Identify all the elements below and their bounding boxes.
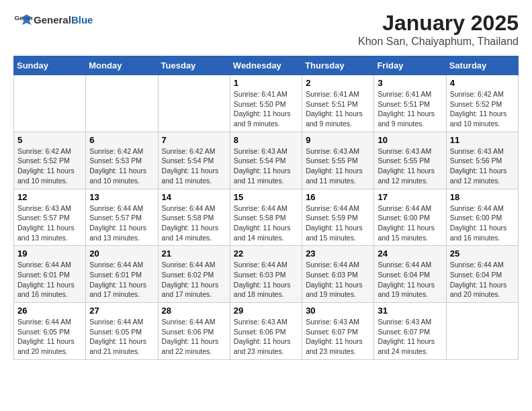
weekday-header-wednesday: Wednesday [230, 56, 302, 75]
calendar-week-row: 12Sunrise: 6:43 AM Sunset: 5:57 PM Dayli… [14, 189, 519, 246]
calendar-week-row: 19Sunrise: 6:44 AM Sunset: 6:01 PM Dayli… [14, 246, 519, 303]
day-number: 6 [89, 135, 154, 145]
day-info: Sunrise: 6:44 AM Sunset: 6:05 PM Dayligh… [17, 317, 82, 357]
day-info: Sunrise: 6:44 AM Sunset: 6:03 PM Dayligh… [234, 260, 298, 300]
day-number: 21 [162, 248, 226, 259]
day-number: 10 [378, 135, 442, 145]
day-info: Sunrise: 6:43 AM Sunset: 5:57 PM Dayligh… [17, 203, 82, 243]
day-number: 25 [450, 248, 515, 259]
calendar-cell [446, 303, 518, 360]
day-info: Sunrise: 6:44 AM Sunset: 5:58 PM Dayligh… [162, 203, 226, 243]
day-number: 27 [89, 306, 154, 316]
calendar-cell: 24Sunrise: 6:44 AM Sunset: 6:04 PM Dayli… [374, 246, 446, 303]
logo-text-general: General [34, 15, 71, 26]
title-block: January 2025 Khon San, Chaiyaphum, Thail… [358, 11, 519, 48]
calendar-cell: 5Sunrise: 6:42 AM Sunset: 5:52 PM Daylig… [14, 132, 86, 189]
day-info: Sunrise: 6:44 AM Sunset: 6:05 PM Dayligh… [89, 317, 154, 357]
day-number: 19 [17, 248, 82, 259]
calendar-body: 1Sunrise: 6:41 AM Sunset: 5:50 PM Daylig… [14, 75, 519, 360]
day-number: 15 [234, 192, 298, 202]
calendar-cell: 7Sunrise: 6:42 AM Sunset: 5:54 PM Daylig… [158, 132, 230, 189]
day-number: 16 [306, 192, 370, 202]
day-info: Sunrise: 6:43 AM Sunset: 5:56 PM Dayligh… [450, 146, 515, 186]
weekday-header-saturday: Saturday [446, 56, 518, 75]
day-number: 23 [306, 248, 370, 259]
page-header: General General Blue January 2025 Khon S… [13, 11, 519, 48]
day-number: 4 [450, 78, 515, 88]
day-number: 5 [17, 135, 82, 145]
day-number: 26 [17, 306, 82, 316]
day-number: 28 [162, 306, 226, 316]
calendar-cell: 1Sunrise: 6:41 AM Sunset: 5:50 PM Daylig… [230, 75, 302, 132]
logo-text-blue: Blue [71, 15, 93, 26]
day-info: Sunrise: 6:43 AM Sunset: 6:07 PM Dayligh… [378, 317, 442, 357]
day-info: Sunrise: 6:44 AM Sunset: 6:04 PM Dayligh… [450, 260, 515, 300]
calendar-header: SundayMondayTuesdayWednesdayThursdayFrid… [14, 56, 519, 75]
calendar-cell: 8Sunrise: 6:43 AM Sunset: 5:54 PM Daylig… [230, 132, 302, 189]
calendar-cell: 3Sunrise: 6:41 AM Sunset: 5:51 PM Daylig… [374, 75, 446, 132]
day-number: 31 [378, 306, 442, 316]
day-number: 9 [306, 135, 370, 145]
calendar-cell: 15Sunrise: 6:44 AM Sunset: 5:58 PM Dayli… [230, 189, 302, 246]
day-number: 8 [234, 135, 298, 145]
day-info: Sunrise: 6:41 AM Sunset: 5:51 PM Dayligh… [378, 89, 442, 129]
day-number: 22 [234, 248, 298, 259]
day-info: Sunrise: 6:44 AM Sunset: 5:58 PM Dayligh… [234, 203, 298, 243]
calendar-cell [158, 75, 230, 132]
day-info: Sunrise: 6:42 AM Sunset: 5:54 PM Dayligh… [162, 146, 226, 186]
day-info: Sunrise: 6:42 AM Sunset: 5:52 PM Dayligh… [450, 89, 515, 129]
calendar-week-row: 26Sunrise: 6:44 AM Sunset: 6:05 PM Dayli… [14, 303, 519, 360]
calendar-cell [86, 75, 158, 132]
logo-icon: General [13, 11, 32, 30]
calendar-cell [14, 75, 86, 132]
weekday-header-thursday: Thursday [302, 56, 374, 75]
day-info: Sunrise: 6:43 AM Sunset: 6:06 PM Dayligh… [234, 317, 298, 357]
logo: General General Blue [13, 11, 93, 30]
calendar-cell: 18Sunrise: 6:44 AM Sunset: 6:00 PM Dayli… [446, 189, 518, 246]
day-info: Sunrise: 6:44 AM Sunset: 6:00 PM Dayligh… [378, 203, 442, 243]
calendar-cell: 10Sunrise: 6:43 AM Sunset: 5:55 PM Dayli… [374, 132, 446, 189]
calendar-cell: 6Sunrise: 6:42 AM Sunset: 5:53 PM Daylig… [86, 132, 158, 189]
calendar-cell: 11Sunrise: 6:43 AM Sunset: 5:56 PM Dayli… [446, 132, 518, 189]
calendar-cell: 14Sunrise: 6:44 AM Sunset: 5:58 PM Dayli… [158, 189, 230, 246]
day-number: 20 [89, 248, 154, 259]
calendar-cell: 9Sunrise: 6:43 AM Sunset: 5:55 PM Daylig… [302, 132, 374, 189]
calendar-week-row: 1Sunrise: 6:41 AM Sunset: 5:50 PM Daylig… [14, 75, 519, 132]
calendar-cell: 22Sunrise: 6:44 AM Sunset: 6:03 PM Dayli… [230, 246, 302, 303]
calendar-cell: 23Sunrise: 6:44 AM Sunset: 6:03 PM Dayli… [302, 246, 374, 303]
day-info: Sunrise: 6:42 AM Sunset: 5:52 PM Dayligh… [17, 146, 82, 186]
weekday-header-friday: Friday [374, 56, 446, 75]
day-info: Sunrise: 6:44 AM Sunset: 6:04 PM Dayligh… [378, 260, 442, 300]
weekday-header-sunday: Sunday [14, 56, 86, 75]
calendar-cell: 29Sunrise: 6:43 AM Sunset: 6:06 PM Dayli… [230, 303, 302, 360]
day-info: Sunrise: 6:44 AM Sunset: 5:57 PM Dayligh… [89, 203, 154, 243]
weekday-header-monday: Monday [86, 56, 158, 75]
day-info: Sunrise: 6:44 AM Sunset: 6:00 PM Dayligh… [450, 203, 515, 243]
day-info: Sunrise: 6:44 AM Sunset: 6:01 PM Dayligh… [89, 260, 154, 300]
calendar-cell: 4Sunrise: 6:42 AM Sunset: 5:52 PM Daylig… [446, 75, 518, 132]
calendar-cell: 20Sunrise: 6:44 AM Sunset: 6:01 PM Dayli… [86, 246, 158, 303]
day-number: 3 [378, 78, 442, 88]
calendar-cell: 26Sunrise: 6:44 AM Sunset: 6:05 PM Dayli… [14, 303, 86, 360]
day-info: Sunrise: 6:42 AM Sunset: 5:53 PM Dayligh… [89, 146, 154, 186]
day-number: 7 [162, 135, 226, 145]
day-number: 30 [306, 306, 370, 316]
day-info: Sunrise: 6:44 AM Sunset: 6:03 PM Dayligh… [306, 260, 370, 300]
day-info: Sunrise: 6:44 AM Sunset: 6:06 PM Dayligh… [162, 317, 226, 357]
day-number: 1 [234, 78, 298, 88]
day-number: 11 [450, 135, 515, 145]
weekday-header-tuesday: Tuesday [158, 56, 230, 75]
calendar-cell: 17Sunrise: 6:44 AM Sunset: 6:00 PM Dayli… [374, 189, 446, 246]
page-subtitle: Khon San, Chaiyaphum, Thailand [358, 36, 519, 48]
calendar-cell: 27Sunrise: 6:44 AM Sunset: 6:05 PM Dayli… [86, 303, 158, 360]
day-number: 17 [378, 192, 442, 202]
calendar-cell: 28Sunrise: 6:44 AM Sunset: 6:06 PM Dayli… [158, 303, 230, 360]
day-info: Sunrise: 6:44 AM Sunset: 5:59 PM Dayligh… [306, 203, 370, 243]
day-number: 12 [17, 192, 82, 202]
day-info: Sunrise: 6:41 AM Sunset: 5:50 PM Dayligh… [234, 89, 298, 129]
day-info: Sunrise: 6:44 AM Sunset: 6:02 PM Dayligh… [162, 260, 226, 300]
day-info: Sunrise: 6:43 AM Sunset: 5:55 PM Dayligh… [378, 146, 442, 186]
calendar-cell: 13Sunrise: 6:44 AM Sunset: 5:57 PM Dayli… [86, 189, 158, 246]
calendar-table: SundayMondayTuesdayWednesdayThursdayFrid… [13, 56, 519, 360]
day-info: Sunrise: 6:43 AM Sunset: 6:07 PM Dayligh… [306, 317, 370, 357]
